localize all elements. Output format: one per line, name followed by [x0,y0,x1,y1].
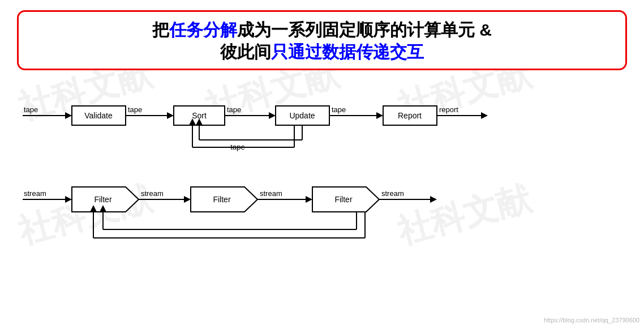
label-stream-1: stream [141,189,164,198]
title-line2: 彼此间只通过数据传递交互 [36,41,608,63]
label-tape-3: tape [332,105,346,114]
svg-marker-19 [65,196,72,203]
label-stream-3: stream [381,189,404,198]
svg-marker-21 [184,196,191,203]
diagram-area: tape Validate tape Sort tape Update [17,86,627,249]
svg-marker-23 [306,196,312,203]
svg-marker-5 [269,112,276,119]
svg-marker-7 [376,112,383,119]
label-tape-0: tape [24,105,38,114]
svg-marker-3 [167,112,174,119]
label-tape-2: tape [227,105,241,114]
diagram1-svg: tape Validate tape Sort tape Update [17,86,627,160]
svg-marker-25 [430,196,437,203]
validate-label: Validate [84,111,113,120]
filter2-label: Filter [213,195,230,204]
update-label: Update [289,111,315,120]
svg-marker-1 [65,112,72,119]
page: 社科文献 社科文献 社科文献 社科文献 社科文献 把任务分解成为一系列固定顺序的… [0,0,644,328]
watermark-url: https://blog.csdn.net/qq_23790600 [544,317,639,323]
label-stream-2: stream [260,189,282,198]
svg-marker-9 [481,112,488,119]
label-report: report [439,105,458,114]
title-box: 把任务分解成为一系列固定顺序的计算单元 & 彼此间只通过数据传递交互 [17,10,627,70]
diagram1: tape Validate tape Sort tape Update [17,86,627,160]
title-pre1: 把 [152,20,169,39]
title-blue1: 任务分解 [169,20,237,39]
diagram2: stream Filter stream Filter stream Fil [17,170,627,249]
title-blue2: 只通过数据传递交互 [271,42,424,61]
label-stream-0: stream [24,189,46,198]
title-line1: 把任务分解成为一系列固定顺序的计算单元 & [36,19,608,41]
report-label: Report [398,111,422,120]
filter1-label: Filter [94,195,111,204]
diagram2-svg: stream Filter stream Filter stream Fil [17,170,627,249]
title-post1: 成为一系列固定顺序的计算单元 & [237,20,492,39]
title-pre2: 彼此间 [220,42,271,61]
filter3-label: Filter [334,195,352,204]
label-tape-1: tape [128,105,142,114]
